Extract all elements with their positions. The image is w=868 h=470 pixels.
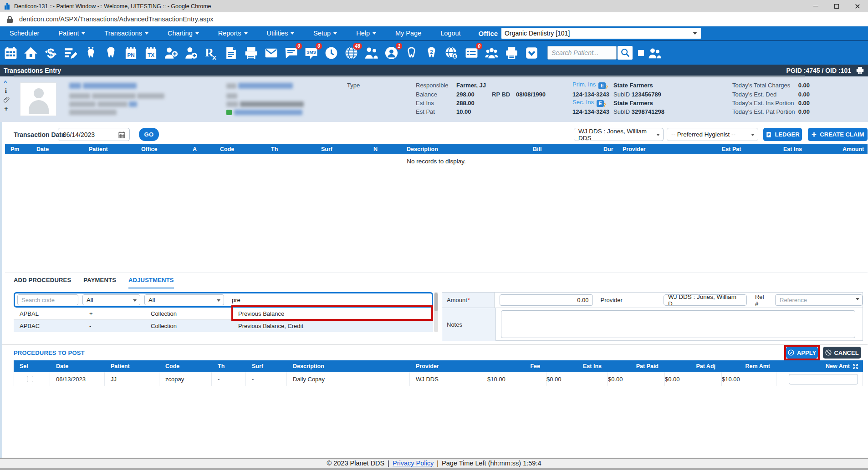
global-search-icon[interactable] <box>444 45 459 61</box>
create-claim-button[interactable]: CREATE CLAIM <box>808 128 868 141</box>
svg-text:x: x <box>212 53 216 60</box>
reference-input[interactable] <box>775 294 863 306</box>
nav-patient[interactable]: Patient <box>49 30 95 37</box>
scheduler-calendar-icon[interactable] <box>3 45 18 61</box>
nav-scheduler[interactable]: Scheduler <box>0 30 49 37</box>
nav-my-page[interactable]: My Page <box>386 30 431 37</box>
inbox-download-icon[interactable] <box>524 45 539 61</box>
main-navbar: Scheduler Patient Transactions Charting … <box>0 26 868 41</box>
search-code-input[interactable] <box>17 294 78 305</box>
browser-urlbar[interactable]: denticon.com/ASPX/Transactions/AdvancedT… <box>0 12 868 26</box>
footer-strip <box>0 468 868 470</box>
svg-text:PN: PN <box>127 51 134 57</box>
svg-text:$: $ <box>47 46 55 60</box>
amount-input[interactable] <box>500 294 593 306</box>
info-icon[interactable]: i <box>5 87 7 95</box>
responsible-label: Responsible <box>416 82 449 89</box>
transaction-date-input[interactable]: 06/14/2023 <box>58 128 130 141</box>
sms-badge: 0 <box>316 43 322 50</box>
eligibility-icon[interactable]: E <box>597 100 604 107</box>
nav-reports[interactable]: Reports <box>209 30 257 37</box>
apply-button[interactable]: APPLY <box>786 347 818 359</box>
go-button[interactable]: GO <box>139 128 159 141</box>
select-procedure-checkbox[interactable] <box>27 376 33 382</box>
messages-icon[interactable]: 0 <box>283 45 299 61</box>
nav-help[interactable]: Help <box>347 30 386 37</box>
tooth-outline-icon[interactable] <box>403 45 419 61</box>
calendar-icon[interactable] <box>118 131 126 139</box>
tab-payments[interactable]: PAYMENTS <box>83 277 116 288</box>
description-search-input[interactable] <box>228 294 424 305</box>
messages-badge: 0 <box>296 43 302 50</box>
prescriptions-rx-icon[interactable]: Rx <box>203 45 219 61</box>
prim-ins-link[interactable]: Prim. InsE <box>572 81 606 89</box>
search-patient-input[interactable] <box>547 46 617 60</box>
add-account-icon[interactable] <box>183 45 199 61</box>
chart-edit-icon[interactable] <box>63 45 78 61</box>
collapse-chevron-icon[interactable]: ^ <box>4 79 7 86</box>
expand-icon[interactable] <box>853 364 858 369</box>
sms-icon[interactable]: SMS0 <box>303 45 319 61</box>
patient-chart-redacted <box>226 82 293 89</box>
progress-notes-icon[interactable]: PN <box>123 45 138 61</box>
form-provider-select[interactable]: WJ DDS : Jones, William D... <box>664 294 747 306</box>
patient-rail: ^ i + <box>0 76 12 122</box>
patient-field-redacted <box>226 92 237 99</box>
transaction-date-label: Transaction Date <box>14 131 65 138</box>
print-page-icon[interactable] <box>856 67 864 75</box>
patient-info-band: ^ i + Type Responsible Farmer, JJ Balanc… <box>0 76 868 122</box>
code-list-scrollbar[interactable] <box>434 292 438 332</box>
attachment-icon[interactable] <box>4 96 10 105</box>
nav-transactions[interactable]: Transactions <box>95 30 158 37</box>
nav-charting[interactable]: Charting <box>158 30 209 37</box>
nav-logout[interactable]: Logout <box>431 30 470 37</box>
maximize-button[interactable] <box>826 0 847 12</box>
minimize-button[interactable] <box>805 0 826 12</box>
staff-group-icon[interactable] <box>484 45 499 61</box>
tab-add-procedures[interactable]: ADD PROCEDURES <box>14 277 71 288</box>
home-icon[interactable] <box>23 45 38 61</box>
perio-chart-icon[interactable] <box>103 45 118 61</box>
sec-ins-link[interactable]: Sec. InsE <box>572 99 604 107</box>
new-amt-input[interactable] <box>789 374 858 384</box>
horizontal-scrollbar[interactable] <box>14 76 805 77</box>
second-opinion-icon[interactable]: 2 <box>424 45 439 61</box>
add-icon[interactable]: + <box>4 105 8 112</box>
tooth-chart-icon[interactable] <box>83 45 98 61</box>
family-file-icon[interactable] <box>363 45 379 61</box>
scan-icon[interactable] <box>243 45 259 61</box>
mail-icon[interactable] <box>263 45 279 61</box>
print-icon[interactable] <box>504 45 519 61</box>
today-total-charges: Today's Total Charges0.00 <box>732 82 810 89</box>
add-patient-icon[interactable] <box>163 45 179 61</box>
page-time-left: Page Time Left (hh:mm:ss) 1:59:4 <box>442 460 541 467</box>
notes-textarea[interactable] <box>501 310 855 338</box>
patient-photo[interactable] <box>20 82 56 116</box>
patient-name-redacted <box>69 82 137 89</box>
adjustment-category-filter[interactable]: All <box>144 294 224 305</box>
document-icon[interactable] <box>223 45 239 61</box>
ledger-button[interactable]: LEDGER <box>763 128 802 141</box>
patient-email-redacted <box>226 108 302 115</box>
treatment-plan-icon[interactable]: TX <box>143 45 158 61</box>
search-patient-button[interactable] <box>618 46 633 60</box>
toolbar-checkbox[interactable] <box>638 50 644 56</box>
payment-dollar-icon[interactable]: $ <box>43 45 58 61</box>
close-button[interactable] <box>847 0 868 12</box>
online-globe-icon[interactable]: 48 <box>343 45 359 61</box>
nav-utilities[interactable]: Utilities <box>257 30 304 37</box>
patient-support-icon[interactable]: 1 <box>383 45 399 61</box>
privacy-policy-link[interactable]: Privacy Policy <box>393 460 434 467</box>
time-clock-icon[interactable] <box>323 45 339 61</box>
provider-select[interactable]: WJ DDS : Jones, William DDS <box>574 128 664 141</box>
adjustment-code-row[interactable]: APBAC-CollectionPrevious Balance, Credit <box>14 320 433 332</box>
hygienist-select[interactable]: -- Preferred Hygienist -- <box>667 128 758 141</box>
tab-adjustments[interactable]: ADJUSTMENTS <box>128 277 174 288</box>
worklist-icon[interactable]: 0 <box>464 45 479 61</box>
cancel-button[interactable]: CANCEL <box>823 347 861 359</box>
office-select[interactable]: Organic Dentistry [101] <box>501 28 701 39</box>
patient-group-icon[interactable] <box>647 45 662 61</box>
nav-setup[interactable]: Setup <box>304 30 347 37</box>
adjustment-type-filter[interactable]: All <box>82 294 140 305</box>
eligibility-icon[interactable]: E <box>598 82 606 89</box>
